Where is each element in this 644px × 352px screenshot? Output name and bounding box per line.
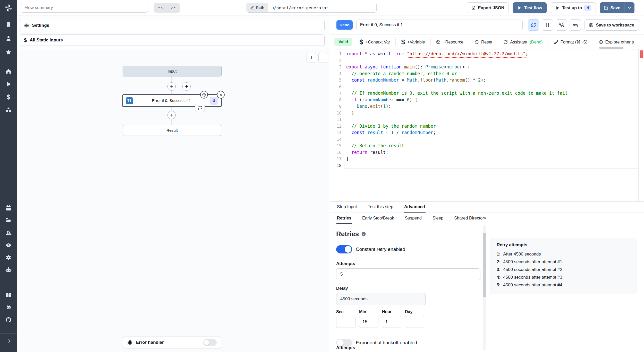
github-icon[interactable] <box>5 316 12 323</box>
bot-icon[interactable] <box>5 267 12 273</box>
arrow-right-icon[interactable] <box>5 338 12 344</box>
redo-button[interactable] <box>167 3 180 13</box>
test-up-to-button[interactable]: Test up to d <box>551 2 596 13</box>
eye-icon[interactable] <box>5 242 12 249</box>
delay-unit-sec: Sec <box>336 310 355 328</box>
save-to-workspace-button[interactable]: Save to workspace <box>584 19 639 31</box>
toolbar-reset[interactable]: Reset <box>469 38 498 46</box>
book-open-icon[interactable] <box>5 292 12 298</box>
min-input[interactable] <box>359 316 378 328</box>
code-line: // Generate a random number, either 0 or… <box>346 71 637 77</box>
sidebar-group <box>0 205 17 273</box>
calendar-icon[interactable] <box>5 205 12 212</box>
toolbar-horizontal-scrollbar[interactable] <box>599 47 623 49</box>
code-line: // If randomNumber is 0, exit the script… <box>346 90 637 97</box>
day-input[interactable] <box>405 316 424 328</box>
folder-open-icon[interactable] <box>5 217 12 224</box>
vertical-scrollbar-track <box>483 225 486 350</box>
building-icon[interactable] <box>5 21 12 28</box>
save-split-button: Save <box>600 2 634 13</box>
subtab-sleep[interactable]: Sleep <box>432 213 444 224</box>
vertical-scrollbar-thumb[interactable] <box>483 233 486 297</box>
line-number: 16 <box>330 149 342 156</box>
input-node[interactable]: Input <box>123 66 222 76</box>
subtab-retries[interactable]: Retries <box>336 213 352 224</box>
result-node[interactable]: Result <box>123 125 221 136</box>
delete-step-button[interactable] <box>217 91 225 99</box>
undo-button[interactable] <box>154 3 167 13</box>
code-line: return result; <box>346 149 637 156</box>
move-step-button[interactable] <box>200 91 208 99</box>
close-icon <box>219 93 223 97</box>
bug-icon <box>127 340 133 345</box>
tab-step-input[interactable]: Step Input <box>336 202 358 213</box>
smartphone-button[interactable] <box>542 19 553 31</box>
test-flow-button[interactable]: Test flow <box>513 2 546 13</box>
boxes-icon[interactable] <box>5 107 12 113</box>
dollar-icon[interactable]: $ <box>5 94 12 100</box>
code-line <box>346 57 637 64</box>
sec-input[interactable] <box>336 316 355 328</box>
retry-indicator-button[interactable] <box>195 104 205 112</box>
sidebar-divider <box>0 16 17 16</box>
retry-attempt-item: 1:After 4500 seconds <box>497 250 630 258</box>
subtab-suspend[interactable]: Suspend <box>404 213 422 224</box>
dollar-icon: $ <box>24 37 27 43</box>
code-line: // Divide 1 by the random number <box>346 123 637 130</box>
attempts-input[interactable] <box>336 268 480 280</box>
code-line <box>346 84 637 90</box>
toolbar--resource[interactable]: +Resource <box>430 38 469 46</box>
toolbar--variable[interactable]: $+Variable <box>395 38 430 46</box>
hour-input[interactable] <box>382 316 401 328</box>
star-icon[interactable] <box>5 49 12 56</box>
constant-retry-toggle[interactable] <box>336 245 352 253</box>
gear-icon[interactable] <box>5 254 12 261</box>
play-icon[interactable] <box>5 81 12 87</box>
code-content: import * as wmill from "https://deno.lan… <box>346 51 637 169</box>
flow-summary-input[interactable] <box>21 3 148 13</box>
line-number: 6 <box>330 84 342 90</box>
line-number: 10 <box>330 110 342 117</box>
flow-settings-bar[interactable]: Settings <box>20 20 325 31</box>
code-editor[interactable]: 123456789101112131415161718 import * as … <box>330 49 644 201</box>
bolt-icon <box>184 84 189 89</box>
insert-step-button[interactable] <box>167 111 176 119</box>
zoom-in-button[interactable]: + <box>307 53 316 63</box>
delay-readout <box>336 293 426 305</box>
export-json-button[interactable]: Export JSON <box>467 2 509 13</box>
toolbar--context-var[interactable]: $+Context Var <box>354 38 395 46</box>
all-static-inputs-bar[interactable]: $ All Static Inputs <box>20 34 325 46</box>
step-name-input[interactable] <box>356 20 523 30</box>
windmill-logo-icon[interactable] <box>0 3 17 13</box>
zoom-out-button[interactable]: − <box>318 53 328 63</box>
subtab-early-stop-break[interactable]: Early Stop/Break <box>362 213 395 224</box>
tab-test-this-step[interactable]: Test this step <box>367 202 394 213</box>
refresh-cw-button[interactable] <box>528 19 539 31</box>
flow-canvas[interactable]: + − Input TS Error if 0, Success if 1 d <box>17 50 329 352</box>
unit-label: Hour <box>382 310 401 314</box>
path-control[interactable]: Path u/henri/error_generator <box>247 3 377 13</box>
toolbar-assistant[interactable]: Assistant (Deno) <box>498 38 548 46</box>
repeat-icon <box>198 105 202 110</box>
pencil-icon <box>250 6 254 10</box>
toolbar-format-s-[interactable]: Format (⌘+S) <box>548 38 593 46</box>
user-icon[interactable] <box>5 35 12 42</box>
exponential-backoff-label: Exponential backoff enabled <box>356 340 417 346</box>
toolbar-explore-other-s[interactable]: Explore other s <box>593 38 639 46</box>
users-gear-icon[interactable] <box>5 230 12 236</box>
tab-advanced[interactable]: Advanced <box>404 202 426 213</box>
line-number: 8 <box>330 97 342 103</box>
discord-icon[interactable] <box>5 304 12 311</box>
phone-incoming-button[interactable] <box>556 19 567 31</box>
home-icon[interactable] <box>5 68 12 75</box>
save-menu-button[interactable] <box>624 2 634 13</box>
save-button[interactable]: Save <box>600 2 624 13</box>
trigger-button[interactable] <box>182 82 191 91</box>
insert-step-button[interactable] <box>167 82 176 91</box>
error-handler-card[interactable]: Error handler <box>123 337 221 348</box>
retry-attempt-item: 3:4500 seconds after attempt #2 <box>497 266 630 274</box>
bed-button[interactable] <box>570 19 581 31</box>
step-id-badge: d <box>584 5 591 11</box>
error-handler-toggle[interactable] <box>203 339 217 346</box>
subtab-shared-directory[interactable]: Shared Directory <box>454 213 487 224</box>
